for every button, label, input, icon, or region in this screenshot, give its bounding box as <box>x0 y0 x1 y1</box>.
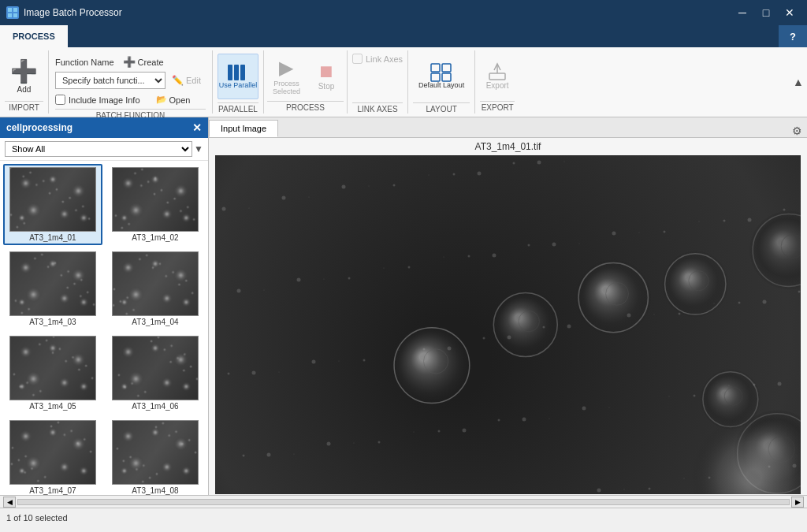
default-layout-label: Default Layout <box>418 82 464 90</box>
batch-function-group: Function Name ➕ Create Specify batch fun… <box>49 50 213 113</box>
thumbnail-AT3_1m4_02[interactable]: AT3_1m4_02 <box>106 164 205 245</box>
svg-rect-8 <box>442 64 451 72</box>
parallel-group-label: PARALLEL <box>218 102 258 113</box>
thumbnail-label-AT3_1m4_05: AT3_1m4_05 <box>29 402 76 411</box>
thumb-image-AT3_1m4_01 <box>9 167 96 232</box>
minimize-button[interactable]: ─ <box>731 2 753 24</box>
import-group: ➕ Add IMPORT <box>0 50 49 113</box>
title-bar-controls: ─ □ ✕ <box>731 2 801 24</box>
layout-group-label: LAYOUT <box>413 102 470 113</box>
filter-dropdown[interactable]: Show All Processed Unprocessed <box>5 141 192 157</box>
ribbon: ➕ Add IMPORT Function Name ➕ Create Spec… <box>0 47 807 117</box>
create-icon: ➕ <box>123 56 136 68</box>
selection-status: 1 of 10 selected <box>6 513 68 523</box>
export-group: Export EXPORT <box>475 50 519 113</box>
svg-rect-9 <box>431 73 440 81</box>
link-axes-group: Link Axes LINK AXES <box>348 50 408 113</box>
layout-group: Default Layout LAYOUT <box>408 50 475 113</box>
process-buttons-row: ▶ ProcessSelected ⏹ Stop <box>267 54 344 99</box>
parallel-group: Use Parallel PARALLEL <box>213 50 264 113</box>
filter-dropdown-arrow: ▼ <box>194 143 203 154</box>
svg-rect-3 <box>13 13 17 17</box>
status-bar: 1 of 10 selected <box>0 508 807 526</box>
ribbon-content: ➕ Add IMPORT Function Name ➕ Create Spec… <box>0 47 807 117</box>
svg-rect-4 <box>228 65 232 80</box>
process-icon: ▶ <box>279 57 293 80</box>
content-body: AT3_1m4_01.tif <box>209 138 807 495</box>
link-axes-checkbox[interactable] <box>352 54 363 64</box>
main-area: cellprocessing ✕ Show All Processed Unpr… <box>0 117 807 495</box>
thumbnail-label-AT3_1m4_04: AT3_1m4_04 <box>132 318 178 326</box>
thumbnail-AT3_1m4_05[interactable]: AT3_1m4_05 <box>3 333 102 414</box>
thumb-image-AT3_1m4_08 <box>112 420 199 485</box>
process-group: ▶ ProcessSelected ⏹ Stop PROCESS <box>264 50 348 113</box>
sidebar: cellprocessing ✕ Show All Processed Unpr… <box>0 117 209 495</box>
title-bar: Image Batch Processor ─ □ ✕ <box>0 0 807 25</box>
open-icon: 📂 <box>156 95 167 105</box>
thumbnail-AT3_1m4_03[interactable]: AT3_1m4_03 <box>3 248 102 329</box>
open-button[interactable]: 📂 Open <box>151 92 195 107</box>
app-title: Image Batch Processor <box>24 7 122 18</box>
svg-rect-6 <box>240 65 245 80</box>
include-image-info-row: Include Image Info 📂 Open <box>55 92 206 107</box>
title-bar-left: Image Batch Processor <box>6 6 122 19</box>
export-group-label: EXPORT <box>480 101 515 112</box>
edit-icon: ✏️ <box>172 75 184 86</box>
stop-button[interactable]: ⏹ Stop <box>309 54 344 99</box>
sidebar-filter-row: Show All Processed Unprocessed ▼ <box>0 138 208 161</box>
sidebar-title: cellprocessing <box>6 122 73 133</box>
thumbnail-AT3_1m4_07[interactable]: AT3_1m4_07 <box>3 417 102 495</box>
add-icon: ➕ <box>10 58 38 85</box>
scroll-track[interactable] <box>17 499 790 505</box>
scroll-right-button[interactable]: ▶ <box>791 497 804 508</box>
include-image-info-label: Include Image Info <box>69 95 140 105</box>
svg-rect-7 <box>431 64 440 72</box>
link-axes-row: Link Axes <box>352 54 403 64</box>
thumbnail-label-AT3_1m4_01: AT3_1m4_01 <box>29 233 76 242</box>
thumb-image-AT3_1m4_04 <box>112 251 199 316</box>
help-button[interactable]: ? <box>779 25 807 47</box>
svg-rect-10 <box>442 73 451 81</box>
tab-input-image[interactable]: Input Image <box>209 120 278 137</box>
function-dropdown[interactable]: Specify batch functi... <box>55 72 165 89</box>
link-axes-group-label: LINK AXES <box>352 102 403 113</box>
function-dropdown-row: Specify batch functi... ✏️ Edit <box>55 72 206 89</box>
thumb-image-AT3_1m4_02 <box>112 167 199 232</box>
collapse-ribbon-button[interactable]: ▲ <box>793 76 807 88</box>
include-image-info-checkbox[interactable] <box>55 95 65 105</box>
default-layout-button[interactable]: Default Layout <box>413 54 470 99</box>
process-group-label: PROCESS <box>267 101 344 112</box>
svg-rect-11 <box>489 73 505 80</box>
svg-rect-2 <box>8 13 12 17</box>
thumbnail-AT3_1m4_04[interactable]: AT3_1m4_04 <box>106 248 205 329</box>
maximize-button[interactable]: □ <box>755 2 777 24</box>
create-button[interactable]: ➕ Create <box>117 54 169 70</box>
process-selected-button[interactable]: ▶ ProcessSelected <box>267 54 306 99</box>
svg-rect-0 <box>8 8 12 12</box>
thumbnail-AT3_1m4_08[interactable]: AT3_1m4_08 <box>106 417 205 495</box>
tab-process[interactable]: PROCESS <box>0 25 68 47</box>
bottom-scroll-area: ◀ ▶ <box>0 495 807 508</box>
thumbnail-AT3_1m4_06[interactable]: AT3_1m4_06 <box>106 333 205 414</box>
add-button[interactable]: ➕ Add <box>5 54 43 99</box>
close-button[interactable]: ✕ <box>779 2 801 24</box>
thumbnail-label-AT3_1m4_03: AT3_1m4_03 <box>29 318 76 326</box>
thumbnail-label-AT3_1m4_06: AT3_1m4_06 <box>132 402 178 411</box>
parallel-icon <box>227 63 249 82</box>
image-filename: AT3_1m4_01.tif <box>475 138 541 155</box>
export-button[interactable]: Export <box>480 54 515 99</box>
thumbnail-AT3_1m4_01[interactable]: AT3_1m4_01 <box>3 164 102 245</box>
sidebar-close-icon[interactable]: ✕ <box>192 121 202 134</box>
use-parallel-button[interactable]: Use Parallel <box>218 54 258 99</box>
scroll-left-button[interactable]: ◀ <box>3 497 16 508</box>
sidebar-header: cellprocessing ✕ <box>0 117 208 138</box>
process-selected-label: ProcessSelected <box>273 80 300 97</box>
export-icon <box>488 62 507 81</box>
svg-rect-1 <box>13 8 17 12</box>
main-image-container <box>209 155 807 495</box>
image-grid: AT3_1m4_01AT3_1m4_02AT3_1m4_03AT3_1m4_04… <box>0 161 208 495</box>
tab-settings-icon[interactable]: ⚙ <box>787 125 807 137</box>
edit-button[interactable]: ✏️ Edit <box>167 73 206 88</box>
thumbnail-label-AT3_1m4_02: AT3_1m4_02 <box>132 233 178 242</box>
use-parallel-label: Use Parallel <box>219 82 258 90</box>
